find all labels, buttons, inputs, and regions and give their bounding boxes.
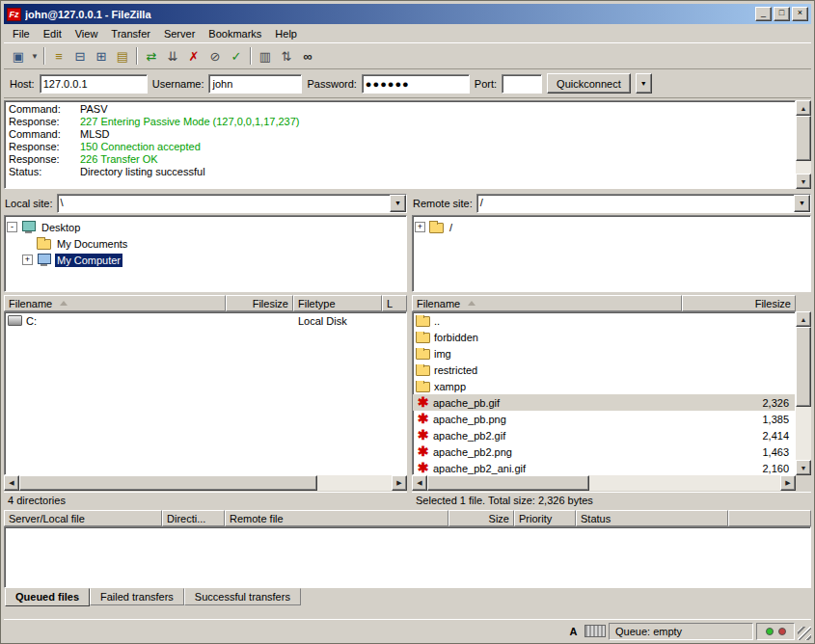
speed-limit-icon[interactable] xyxy=(584,625,606,637)
disconnect-icon[interactable]: ⊘ xyxy=(204,45,226,67)
filter-icon[interactable]: ✓ xyxy=(226,45,247,67)
expand-icon[interactable]: + xyxy=(415,222,425,232)
column-header-direction[interactable]: Directi... xyxy=(162,510,225,526)
quickconnect-button[interactable]: Quickconnect xyxy=(547,73,631,94)
tab-successful-transfers[interactable]: Successful transfers xyxy=(184,588,301,605)
find-files-icon[interactable]: ∞ xyxy=(297,45,318,67)
host-input[interactable] xyxy=(40,74,148,94)
scroll-down-icon[interactable]: ▼ xyxy=(796,174,811,189)
column-header-lastmodified[interactable]: L xyxy=(382,295,407,311)
toggle-local-tree-icon[interactable]: ⊟ xyxy=(69,45,91,67)
expand-icon[interactable]: + xyxy=(22,255,33,265)
column-header-size[interactable]: Size xyxy=(448,510,514,526)
column-header-remote-file[interactable]: Remote file xyxy=(225,510,448,526)
local-file-row[interactable]: C: Local Disk xyxy=(5,312,406,329)
log-line: Command: MLSD xyxy=(9,128,795,141)
desktop-icon xyxy=(21,221,36,233)
log-line-text: 150 Connection accepted xyxy=(80,141,201,153)
remote-file-row[interactable]: restricted xyxy=(413,362,795,378)
tab-queued-files[interactable]: Queued files xyxy=(5,588,90,606)
scroll-left-icon[interactable]: ◀ xyxy=(4,475,19,491)
log-line-text: Directory listing successful xyxy=(80,166,205,178)
remote-site-combo[interactable]: / ▼ xyxy=(476,194,811,213)
remote-file-row[interactable]: .. xyxy=(413,312,795,329)
remote-file-row[interactable]: apache_pb.png 1,385 xyxy=(413,411,795,427)
minimize-button[interactable]: _ xyxy=(755,7,772,21)
site-manager-icon[interactable]: ▣ xyxy=(8,45,29,67)
process-queue-icon[interactable]: ⇊ xyxy=(162,45,183,67)
scroll-up-icon[interactable]: ▲ xyxy=(796,100,811,116)
column-header-filesize[interactable]: Filesize xyxy=(682,295,796,311)
scroll-down-icon[interactable]: ▼ xyxy=(796,460,811,475)
cancel-icon[interactable]: ✗ xyxy=(183,45,204,67)
remote-vertical-scrollbar[interactable]: ▲ ▼ xyxy=(796,311,811,475)
menu-bookmarks[interactable]: Bookmarks xyxy=(202,26,268,41)
tree-item-root[interactable]: + / xyxy=(415,219,808,235)
sort-ascending-icon xyxy=(60,301,68,306)
synchronized-browsing-icon[interactable]: ⇅ xyxy=(276,45,297,67)
menu-edit[interactable]: Edit xyxy=(37,26,68,41)
file-name: apache_pb.png xyxy=(433,414,506,425)
quickconnect-dropdown-icon[interactable]: ▼ xyxy=(636,73,652,94)
file-name: img xyxy=(434,348,451,360)
folder-icon xyxy=(416,333,430,343)
remote-file-row[interactable]: forbidden xyxy=(413,329,795,345)
refresh-icon[interactable]: ⇄ xyxy=(141,45,162,67)
toggle-remote-tree-icon[interactable]: ⊞ xyxy=(91,45,112,67)
local-site-value: \ xyxy=(58,195,390,212)
column-header-filetype[interactable]: Filetype xyxy=(293,295,382,311)
menu-help[interactable]: Help xyxy=(268,26,304,41)
scroll-left-icon[interactable]: ◀ xyxy=(412,475,427,491)
local-site-combo[interactable]: \ ▼ xyxy=(57,194,407,213)
column-header-status[interactable]: Status xyxy=(576,510,728,526)
log-vertical-scrollbar[interactable]: ▲ ▼ xyxy=(796,100,811,189)
transfer-type-icon[interactable]: A xyxy=(565,624,582,639)
menu-view[interactable]: View xyxy=(68,26,105,41)
column-header-filename[interactable]: Filename xyxy=(412,295,682,311)
column-header-filesize[interactable]: Filesize xyxy=(226,295,293,311)
toggle-message-log-icon[interactable]: ≡ xyxy=(48,45,69,67)
remote-file-row[interactable]: apache_pb2.gif 2,414 xyxy=(413,427,795,443)
queue-tabs: Queued files Failed transfers Successful… xyxy=(4,588,811,607)
remote-file-row-selected[interactable]: apache_pb.gif 2,326 xyxy=(413,394,795,411)
transfer-queue-list[interactable] xyxy=(4,526,811,588)
toggle-queue-view-icon[interactable]: ▤ xyxy=(112,45,133,67)
scroll-right-icon[interactable]: ▶ xyxy=(392,475,407,491)
log-line: Status: Directory listing successful xyxy=(9,166,795,178)
scroll-up-icon[interactable]: ▲ xyxy=(796,311,811,327)
local-horizontal-scrollbar[interactable]: ◀ ▶ xyxy=(4,475,407,491)
remote-file-row[interactable]: img xyxy=(413,345,795,362)
menu-file[interactable]: File xyxy=(6,26,37,41)
scroll-right-icon[interactable]: ▶ xyxy=(780,475,796,491)
menu-bar: File Edit View Transfer Server Bookmarks… xyxy=(4,24,811,43)
remote-horizontal-scrollbar[interactable]: ◀ ▶ xyxy=(412,475,796,491)
port-input[interactable] xyxy=(502,74,542,94)
log-line-label: Response: xyxy=(9,141,80,153)
remote-file-row[interactable]: apache_pb2_ani.gif 2,160 xyxy=(413,460,795,475)
maximize-button[interactable]: □ xyxy=(774,7,790,21)
password-input[interactable] xyxy=(362,74,470,94)
close-button[interactable]: × xyxy=(792,7,808,21)
file-name: forbidden xyxy=(434,332,478,343)
menu-server[interactable]: Server xyxy=(157,26,202,41)
username-input[interactable] xyxy=(208,74,302,94)
chevron-down-icon[interactable]: ▼ xyxy=(390,195,406,212)
column-header-priority[interactable]: Priority xyxy=(514,510,576,526)
resize-grip[interactable] xyxy=(798,627,811,640)
site-manager-dropdown-icon[interactable]: ▼ xyxy=(29,45,41,67)
remote-file-row[interactable]: apache_pb2.png 1,463 xyxy=(413,443,795,460)
column-header-filename[interactable]: Filename xyxy=(4,295,226,311)
directory-comparison-icon[interactable]: ▥ xyxy=(255,45,276,67)
tree-item-desktop[interactable]: - Desktop xyxy=(7,219,404,235)
tree-item-my-computer[interactable]: + My Computer xyxy=(7,252,404,268)
collapse-icon[interactable]: - xyxy=(7,222,17,232)
title-bar[interactable]: Fz john@127.0.0.1 - FileZilla _ □ × xyxy=(4,4,811,24)
log-line-text: 227 Entering Passive Mode (127,0,0,1,17,… xyxy=(80,116,299,128)
tab-failed-transfers[interactable]: Failed transfers xyxy=(90,588,184,605)
menu-transfer[interactable]: Transfer xyxy=(104,26,157,41)
activity-indicator xyxy=(756,623,795,640)
chevron-down-icon[interactable]: ▼ xyxy=(794,195,810,212)
tree-item-my-documents[interactable]: My Documents xyxy=(7,235,404,252)
column-header-server-local-file[interactable]: Server/Local file xyxy=(4,510,162,526)
remote-file-row[interactable]: xampp xyxy=(413,378,795,394)
